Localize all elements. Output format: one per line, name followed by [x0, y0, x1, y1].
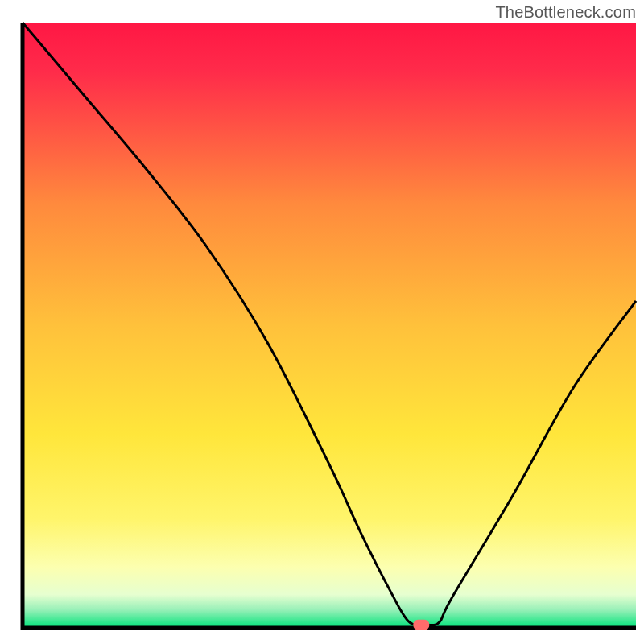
chart-container: { "watermark": "TheBottleneck.com", "cha…	[0, 0, 644, 644]
optimal-marker	[413, 620, 429, 630]
plot-background	[23, 23, 636, 628]
watermark-text: TheBottleneck.com	[495, 3, 636, 22]
bottleneck-chart	[0, 0, 644, 644]
